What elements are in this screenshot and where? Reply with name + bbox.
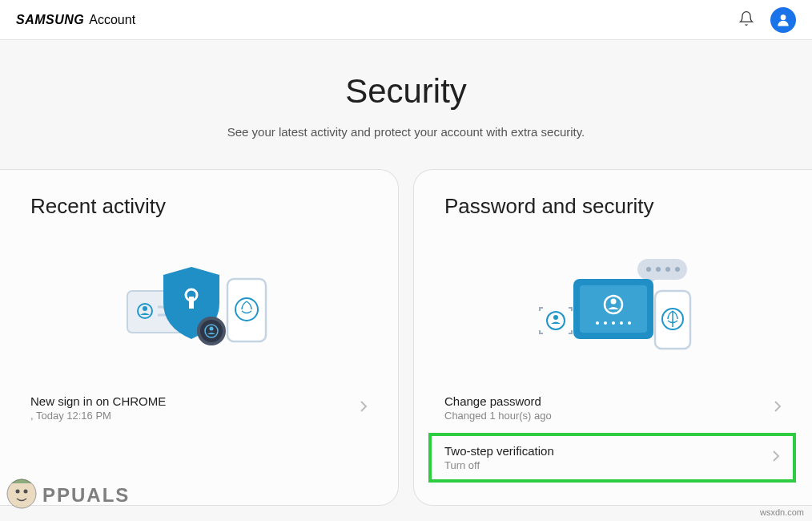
- list-item-content: Two-step verification Turn off: [444, 444, 554, 471]
- watermark-appuals: PPUALS: [4, 474, 132, 517]
- page-title: Security: [0, 72, 812, 111]
- svg-point-0: [781, 14, 786, 20]
- svg-point-24: [604, 321, 607, 325]
- chevron-right-icon: [772, 450, 780, 466]
- activity-item-subtitle: , Today 12:16 PM: [30, 410, 166, 422]
- svg-point-3: [143, 306, 147, 311]
- main-content: Security See your latest activity and pr…: [0, 40, 812, 506]
- svg-point-17: [665, 267, 670, 272]
- password-security-card: Password and security: [413, 169, 812, 506]
- list-item-content: New sign in on CHROME , Today 12:16 PM: [30, 394, 166, 422]
- logo[interactable]: SAMSUNG Account: [16, 13, 135, 27]
- logo-brand: SAMSUNG: [16, 13, 84, 27]
- password-security-illustration: [414, 239, 812, 367]
- svg-point-28: [547, 312, 565, 329]
- two-step-title: Two-step verification: [444, 444, 554, 458]
- svg-point-13: [209, 327, 213, 331]
- activity-item-title: New sign in on CHROME: [30, 394, 166, 408]
- svg-point-23: [596, 321, 599, 325]
- svg-point-29: [553, 315, 558, 320]
- svg-rect-7: [189, 297, 194, 309]
- notifications-icon[interactable]: [738, 10, 754, 30]
- svg-point-25: [612, 321, 615, 325]
- svg-point-27: [628, 321, 631, 325]
- svg-point-33: [16, 490, 20, 494]
- avatar[interactable]: [770, 7, 796, 33]
- two-step-subtitle: Turn off: [444, 459, 554, 471]
- cards-container: Recent activity: [0, 169, 812, 506]
- recent-activity-item[interactable]: New sign in on CHROME , Today 12:16 PM: [0, 383, 398, 433]
- recent-activity-title: Recent activity: [0, 194, 398, 219]
- change-password-subtitle: Changed 1 hour(s) ago: [444, 410, 552, 422]
- recent-activity-card: Recent activity: [0, 169, 399, 506]
- recent-activity-illustration: [0, 239, 398, 367]
- header-actions: [738, 7, 796, 33]
- svg-point-26: [620, 321, 623, 325]
- svg-point-32: [7, 479, 36, 508]
- chevron-right-icon: [360, 400, 368, 417]
- change-password-title: Change password: [444, 394, 552, 408]
- password-security-title: Password and security: [414, 194, 812, 219]
- logo-sub: Account: [89, 13, 135, 27]
- svg-point-11: [200, 320, 223, 342]
- svg-point-18: [675, 267, 680, 272]
- watermark-wsxdn: wsxdn.com: [760, 507, 804, 517]
- page-subtitle: See your latest activity and protect you…: [0, 125, 812, 139]
- svg-point-15: [646, 267, 651, 272]
- two-step-verification-item[interactable]: Two-step verification Turn off: [428, 433, 796, 483]
- svg-point-22: [610, 299, 616, 305]
- svg-rect-8: [227, 279, 266, 341]
- svg-point-16: [656, 267, 661, 272]
- svg-text:PPUALS: PPUALS: [42, 484, 130, 506]
- list-item-content: Change password Changed 1 hour(s) ago: [444, 394, 552, 422]
- change-password-item[interactable]: Change password Changed 1 hour(s) ago: [414, 383, 812, 433]
- header: SAMSUNG Account: [0, 0, 812, 40]
- chevron-right-icon: [774, 400, 782, 417]
- svg-point-34: [24, 490, 28, 494]
